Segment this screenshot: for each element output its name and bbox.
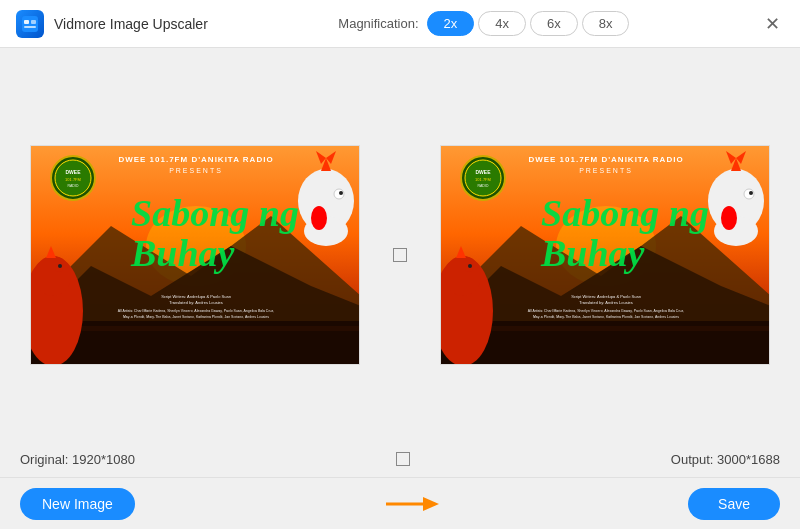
new-image-button[interactable]: New Image: [20, 488, 135, 520]
magnification-label: Magnification:: [338, 16, 418, 31]
svg-text:RADIO: RADIO: [67, 184, 78, 188]
output-image-wrapper: DWEE 101.7FM RADIO DWEE 101.7FM D'ANIKIT…: [440, 145, 770, 365]
original-image-wrapper: DWEE 101.7FM RADIO DWEE 101.7FM D'ANIKIT…: [30, 145, 360, 365]
svg-point-60: [445, 256, 481, 296]
right-arrow-icon: [381, 489, 441, 519]
svg-point-55: [749, 191, 753, 195]
svg-text:DWEE: DWEE: [476, 169, 492, 175]
svg-rect-2: [31, 20, 36, 24]
svg-marker-69: [423, 497, 439, 511]
title-bar: Vidmore Image Upscaler Magnification: 2x…: [0, 0, 800, 48]
svg-point-24: [311, 206, 327, 230]
svg-text:Sabong ng: Sabong ng: [541, 192, 709, 234]
svg-rect-0: [22, 16, 38, 32]
svg-rect-1: [24, 20, 29, 24]
svg-text:May-a Plondit, Mary-The Baba, : May-a Plondit, Mary-The Baba, Janet Sori…: [533, 315, 679, 319]
svg-point-31: [58, 264, 62, 268]
svg-text:Buhay: Buhay: [130, 232, 235, 274]
center-square: [393, 248, 407, 262]
output-image: DWEE 101.7FM RADIO DWEE 101.7FM D'ANIKIT…: [441, 146, 770, 365]
svg-rect-3: [24, 26, 36, 28]
images-container: DWEE 101.7FM RADIO DWEE 101.7FM D'ANIKIT…: [0, 48, 800, 441]
svg-text:Sabong ng: Sabong ng: [131, 192, 299, 234]
mag-6x-button[interactable]: 6x: [530, 11, 578, 36]
svg-text:Buhay: Buhay: [540, 232, 645, 274]
output-image-panel: DWEE 101.7FM RADIO DWEE 101.7FM D'ANIKIT…: [430, 68, 780, 441]
arrow-icon-area: [381, 489, 441, 519]
svg-text:Translated by: Andres Lousies: Translated by: Andres Lousies: [579, 300, 633, 305]
svg-text:Translated by: Andres Lousies: Translated by: Andres Lousies: [169, 300, 223, 305]
magnification-buttons: 2x 4x 6x 8x: [427, 11, 630, 36]
svg-text:RADIO: RADIO: [477, 184, 488, 188]
status-center-square: [396, 452, 410, 466]
app-icon: [16, 10, 44, 38]
center-divider: [380, 68, 420, 441]
svg-text:DWEE 101.7FM D'ANIKITA RADIO: DWEE 101.7FM D'ANIKITA RADIO: [528, 155, 683, 164]
svg-text:101.7FM: 101.7FM: [65, 177, 81, 182]
save-button[interactable]: Save: [688, 488, 780, 520]
svg-text:PRESENTS: PRESENTS: [579, 167, 633, 174]
svg-text:DWEE 101.7FM D'ANIKITA RADIO: DWEE 101.7FM D'ANIKITA RADIO: [118, 155, 273, 164]
title-left: Vidmore Image Upscaler: [16, 10, 208, 38]
svg-text:All Artists: Charl Marie Kaden: All Artists: Charl Marie Kadena, Sherily…: [528, 309, 685, 313]
output-size-label: Output: 3000*1688: [671, 452, 780, 467]
svg-text:PRESENTS: PRESENTS: [169, 167, 223, 174]
mag-2x-button[interactable]: 2x: [427, 11, 475, 36]
svg-text:All Artists: Charl Marie Kaden: All Artists: Charl Marie Kadena, Sherily…: [118, 309, 275, 313]
original-size-label: Original: 1920*1080: [20, 452, 135, 467]
original-image-panel: DWEE 101.7FM RADIO DWEE 101.7FM D'ANIKIT…: [20, 68, 370, 441]
svg-text:Script Writers: Andrelupa & Pa: Script Writers: Andrelupa & Paolo Suan: [161, 294, 231, 299]
svg-text:101.7FM: 101.7FM: [475, 177, 491, 182]
svg-point-23: [339, 191, 343, 195]
svg-point-28: [35, 256, 71, 296]
svg-point-56: [721, 206, 737, 230]
svg-text:May-a Plondit, Mary-The Baba, : May-a Plondit, Mary-The Baba, Janet Sori…: [123, 315, 269, 319]
svg-point-63: [468, 264, 472, 268]
original-image: DWEE 101.7FM RADIO DWEE 101.7FM D'ANIKIT…: [31, 146, 360, 365]
mag-4x-button[interactable]: 4x: [478, 11, 526, 36]
status-bar: Original: 1920*1080 Output: 3000*1688: [0, 441, 800, 477]
svg-text:Script Writers: Andrelupa & Pa: Script Writers: Andrelupa & Paolo Suan: [571, 294, 641, 299]
bottom-bar: New Image Save: [0, 477, 800, 529]
mag-8x-button[interactable]: 8x: [582, 11, 630, 36]
close-button[interactable]: ✕: [760, 12, 784, 36]
svg-text:DWEE: DWEE: [66, 169, 82, 175]
app-title: Vidmore Image Upscaler: [54, 16, 208, 32]
magnification-section: Magnification: 2x 4x 6x 8x: [338, 11, 629, 36]
